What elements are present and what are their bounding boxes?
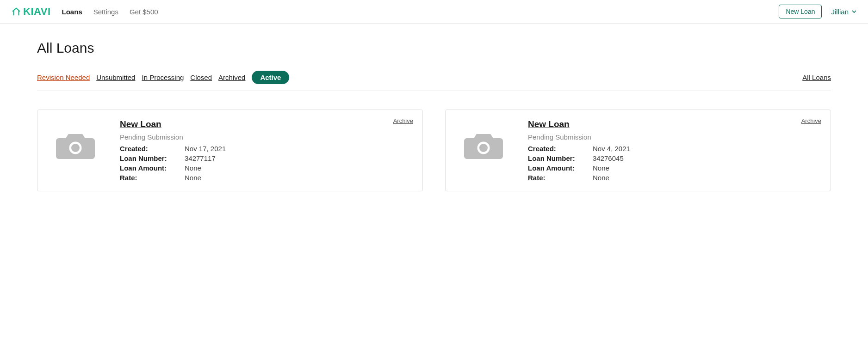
loan-title-link[interactable]: New Loan <box>528 119 570 129</box>
archive-link[interactable]: Archive <box>801 117 821 124</box>
loan-card: Archive New Loan Pending Submission Crea… <box>445 110 831 191</box>
camera-icon <box>53 127 98 164</box>
content: All Loans Revision Needed Unsubmitted In… <box>0 24 868 208</box>
value-rate: None <box>185 174 412 182</box>
label-loan-number: Loan Number: <box>120 154 185 162</box>
value-loan-number: 34276045 <box>593 154 820 162</box>
label-loan-amount: Loan Amount: <box>120 164 185 172</box>
label-loan-number: Loan Number: <box>528 154 593 162</box>
loan-status: Pending Submission <box>528 133 820 141</box>
label-created: Created: <box>528 145 593 153</box>
logo[interactable]: KIAVI <box>11 6 51 18</box>
value-created: Nov 4, 2021 <box>593 145 820 153</box>
filter-in-processing[interactable]: In Processing <box>142 73 184 81</box>
loan-thumbnail <box>48 122 103 168</box>
user-menu[interactable]: Jillian <box>831 8 857 16</box>
chevron-down-icon <box>851 9 857 14</box>
svg-point-1 <box>71 144 80 152</box>
label-loan-amount: Loan Amount: <box>528 164 593 172</box>
loan-info: New Loan Pending Submission Created: Nov… <box>528 119 820 182</box>
loan-details: Created: Nov 4, 2021 Loan Number: 342760… <box>528 145 820 182</box>
topbar: KIAVI Loans Settings Get $500 New Loan J… <box>0 0 868 24</box>
filter-archived[interactable]: Archived <box>218 73 245 81</box>
value-loan-amount: None <box>593 164 820 172</box>
loan-details: Created: Nov 17, 2021 Loan Number: 34277… <box>120 145 412 182</box>
camera-icon <box>461 127 506 164</box>
page-title: All Loans <box>37 40 831 56</box>
nav-links: Loans Settings Get $500 <box>62 8 158 16</box>
nav-settings[interactable]: Settings <box>93 8 118 16</box>
label-rate: Rate: <box>120 174 185 182</box>
nav-referral[interactable]: Get $500 <box>130 8 158 16</box>
loan-card: Archive New Loan Pending Submission Crea… <box>37 110 423 191</box>
value-created: Nov 17, 2021 <box>185 145 412 153</box>
loan-thumbnail <box>456 122 511 168</box>
filter-active[interactable]: Active <box>252 71 289 84</box>
value-loan-number: 34277117 <box>185 154 412 162</box>
nav-loans[interactable]: Loans <box>62 8 82 16</box>
all-loans-link[interactable]: All Loans <box>802 73 831 81</box>
label-created: Created: <box>120 145 185 153</box>
loan-title-link[interactable]: New Loan <box>120 119 161 129</box>
archive-link[interactable]: Archive <box>393 117 413 124</box>
filters: Revision Needed Unsubmitted In Processin… <box>37 71 289 84</box>
new-loan-button[interactable]: New Loan <box>779 5 822 18</box>
label-rate: Rate: <box>528 174 593 182</box>
filter-row: Revision Needed Unsubmitted In Processin… <box>37 71 831 91</box>
svg-point-3 <box>479 144 488 152</box>
loan-status: Pending Submission <box>120 133 412 141</box>
filter-unsubmitted[interactable]: Unsubmitted <box>96 73 135 81</box>
loan-cards: Archive New Loan Pending Submission Crea… <box>37 110 831 191</box>
value-rate: None <box>593 174 820 182</box>
filter-revision-needed[interactable]: Revision Needed <box>37 73 90 81</box>
loan-info: New Loan Pending Submission Created: Nov… <box>120 119 412 182</box>
value-loan-amount: None <box>185 164 412 172</box>
user-name: Jillian <box>831 8 849 16</box>
filter-closed[interactable]: Closed <box>190 73 212 81</box>
house-icon <box>11 6 21 17</box>
topbar-left: KIAVI Loans Settings Get $500 <box>11 6 158 18</box>
logo-text: KIAVI <box>23 6 51 18</box>
topbar-right: New Loan Jillian <box>779 5 857 18</box>
